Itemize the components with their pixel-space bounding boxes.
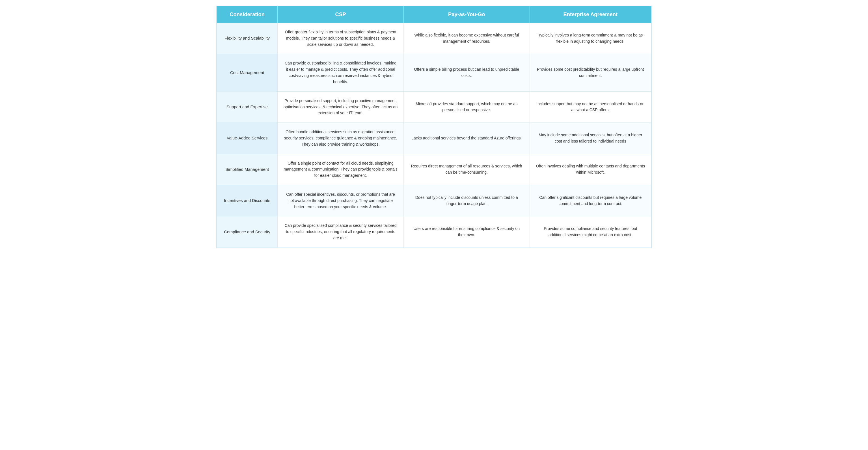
table-row: Flexibility and ScalabilityOffer greater… xyxy=(217,23,651,54)
cell-csp: Often bundle additional services such as… xyxy=(278,123,404,154)
cell-payg: Users are responsible for ensuring compl… xyxy=(403,216,530,247)
header-csp: CSP xyxy=(278,6,404,23)
cell-consideration: Incentives and Discounts xyxy=(217,185,278,216)
cell-consideration: Support and Expertise xyxy=(217,91,278,122)
cell-ea: Can offer significant discounts but requ… xyxy=(530,185,651,216)
cell-payg: Lacks additional services beyond the sta… xyxy=(403,123,530,154)
header-payg: Pay-as-You-Go xyxy=(403,6,530,23)
cell-payg: Microsoft provides standard support, whi… xyxy=(403,91,530,122)
cell-consideration: Flexibility and Scalability xyxy=(217,23,278,54)
cell-ea: Provides some cost predictability but re… xyxy=(530,54,651,91)
cell-consideration: Compliance and Security xyxy=(217,216,278,247)
cell-csp: Can provide specialised compliance & sec… xyxy=(278,216,404,247)
table-row: Cost ManagementCan provide customised bi… xyxy=(217,54,651,91)
cell-csp: Offer greater flexibility in terms of su… xyxy=(278,23,404,54)
cell-consideration: Simplified Management xyxy=(217,154,278,185)
cell-ea: Includes support but may not be as perso… xyxy=(530,91,651,122)
cell-payg: Offers a simple billing process but can … xyxy=(403,54,530,91)
cell-ea: Often involves dealing with multiple con… xyxy=(530,154,651,185)
cell-csp: Can provide customised billing & consoli… xyxy=(278,54,404,91)
cell-csp: Can offer special incentives, discounts,… xyxy=(278,185,404,216)
cell-payg: Requires direct management of all resour… xyxy=(403,154,530,185)
header-consideration: Consideration xyxy=(217,6,278,23)
cell-csp: Provide personalised support, including … xyxy=(278,91,404,122)
header-row: Consideration CSP Pay-as-You-Go Enterpri… xyxy=(217,6,651,23)
comparison-table: Consideration CSP Pay-as-You-Go Enterpri… xyxy=(217,6,651,248)
table-row: Value-Added ServicesOften bundle additio… xyxy=(217,123,651,154)
cell-ea: Typically involves a long-term commitmen… xyxy=(530,23,651,54)
cell-consideration: Cost Management xyxy=(217,54,278,91)
header-ea: Enterprise Agreement xyxy=(530,6,651,23)
cell-ea: May include some additional services, bu… xyxy=(530,123,651,154)
cell-payg: Does not typically include discounts unl… xyxy=(403,185,530,216)
cell-ea: Provides some compliance and security fe… xyxy=(530,216,651,247)
cell-consideration: Value-Added Services xyxy=(217,123,278,154)
cell-payg: While also flexible, it can become expen… xyxy=(403,23,530,54)
table-row: Incentives and DiscountsCan offer specia… xyxy=(217,185,651,216)
table-row: Support and ExpertiseProvide personalise… xyxy=(217,91,651,122)
table-row: Simplified ManagementOffer a single poin… xyxy=(217,154,651,185)
table-row: Compliance and SecurityCan provide speci… xyxy=(217,216,651,247)
cell-csp: Offer a single point of contact for all … xyxy=(278,154,404,185)
